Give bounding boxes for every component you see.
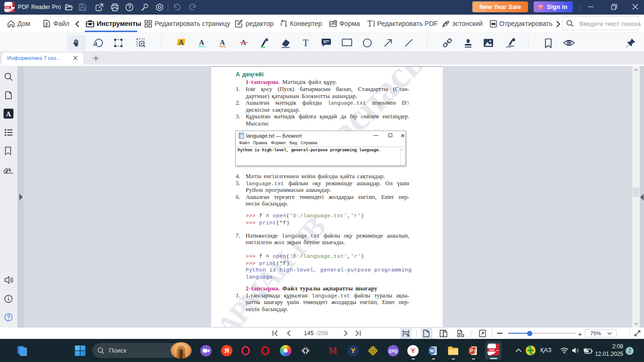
svg-text:T: T: [303, 38, 308, 48]
svg-text:P: P: [470, 348, 473, 354]
svg-text:a: a: [93, 39, 97, 48]
svg-text:A: A: [179, 39, 184, 46]
svg-text:PDF: PDF: [489, 349, 495, 352]
svg-text:A: A: [199, 38, 205, 46]
svg-text:PDF: PDF: [5, 7, 10, 9]
svg-text:W: W: [429, 348, 434, 354]
svg-text:A: A: [220, 38, 225, 46]
svg-text:A: A: [6, 110, 11, 118]
